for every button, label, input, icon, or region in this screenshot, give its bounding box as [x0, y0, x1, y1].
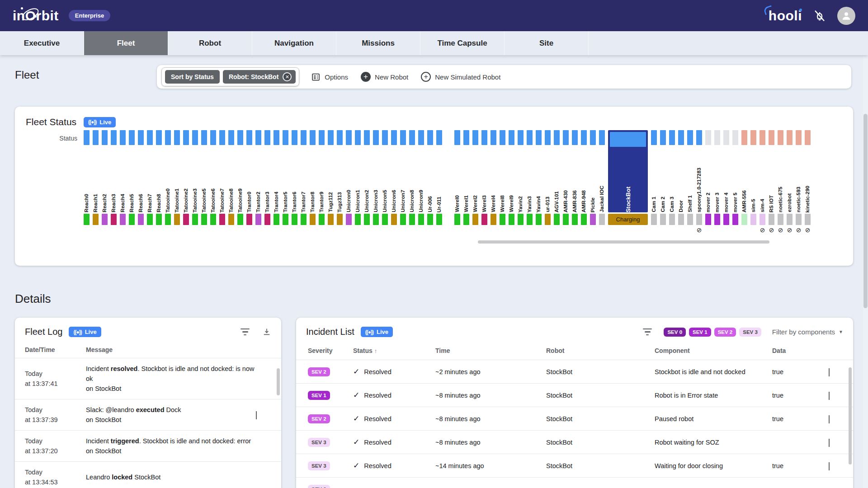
robot-column[interactable]: mover 3	[714, 130, 720, 235]
robot-column[interactable]: Werel2	[472, 130, 478, 235]
robot-column[interactable]: Yavin3	[527, 130, 533, 235]
robot-column[interactable]: Jackal IOC	[599, 130, 605, 235]
robot-column[interactable]: Tatooine2	[183, 130, 189, 235]
row-expand-chevron[interactable]	[829, 368, 841, 375]
tab-robot[interactable]: Robot	[168, 31, 252, 55]
robot-column[interactable]: Tatooine7	[219, 130, 225, 235]
filter-chip[interactable]: Robot: StockBot✕	[223, 70, 296, 84]
new-simulated-robot-button[interactable]: + New Simulated Robot	[421, 72, 500, 82]
notifications-off-icon[interactable]	[813, 9, 826, 23]
robot-column[interactable]: Cam 1	[651, 130, 657, 235]
robot-column[interactable]: Werel3	[481, 130, 487, 235]
tab-executive[interactable]: Executive	[0, 31, 84, 55]
robot-column[interactable]: Tatooine5	[201, 130, 207, 235]
fleet-log-download-button[interactable]	[262, 328, 271, 337]
user-avatar[interactable]	[837, 7, 855, 25]
fleet-log-filter-button[interactable]	[241, 328, 250, 336]
robot-column[interactable]: noetic-593⊘	[796, 130, 802, 235]
robot-column[interactable]: ezrobot⊘	[787, 130, 793, 235]
robot-column[interactable]: AMR-836	[572, 130, 578, 235]
robot-column[interactable]: Unicron5	[382, 130, 388, 235]
robot-column[interactable]: AMR-430	[563, 130, 569, 235]
row-expand-chevron[interactable]	[829, 392, 841, 399]
robot-column[interactable]: Reach5	[129, 130, 135, 235]
robot-column[interactable]: spoony1.0-217283⊘	[696, 130, 702, 235]
tab-fleet[interactable]: Fleet	[84, 31, 168, 55]
robot-column[interactable]: AMR-948	[581, 130, 587, 235]
robot-column[interactable]: Tatooine6	[210, 130, 216, 235]
severity-filter-sev2[interactable]: SEV 2	[714, 328, 736, 337]
robot-column[interactable]: ur-013	[545, 130, 551, 235]
incident-row[interactable]: SEV 2✓Resolved~2 minutes agoStockBotStoc…	[296, 360, 853, 383]
robot-column[interactable]: Trantor8	[310, 130, 316, 235]
severity-filter-sev0[interactable]: SEV 0	[664, 328, 686, 337]
robot-column[interactable]: Cam 2	[660, 130, 666, 235]
robot-column[interactable]: Reach6	[138, 130, 144, 235]
robot-column[interactable]: mover 4	[723, 130, 729, 235]
incident-col-status[interactable]: Status ↑	[353, 347, 435, 354]
fleet-log-scrollbar[interactable]	[277, 368, 280, 395]
robot-column[interactable]: Ur-006	[427, 130, 433, 235]
robot-column[interactable]: Tugz112	[328, 130, 334, 235]
robot-column[interactable]: Reach7	[147, 130, 153, 235]
robot-column[interactable]: mover 5	[732, 130, 738, 235]
robot-column[interactable]: StockBotCharging	[608, 130, 648, 235]
robot-column[interactable]: Trantor4	[274, 130, 279, 235]
fleet-log-live-badge[interactable]: ((●)) Live	[69, 327, 101, 337]
robot-column[interactable]: Reach3	[111, 130, 117, 235]
robot-column[interactable]: Unicron1	[355, 130, 361, 235]
robot-column[interactable]: Werel1	[463, 130, 469, 235]
robot-column[interactable]: Tatooine8	[228, 130, 234, 235]
severity-filter-sev1[interactable]: SEV 1	[689, 328, 711, 337]
robot-column[interactable]: Trantor2	[255, 130, 261, 235]
robot-column[interactable]: Reach4	[120, 130, 126, 235]
robot-column[interactable]: sim-5	[750, 130, 756, 235]
incident-row[interactable]: SEV 3✓Resolved~8 minutes agoStockBotRobo…	[296, 430, 853, 454]
robot-column[interactable]: Unicron2	[364, 130, 370, 235]
robot-column[interactable]: Pickle	[590, 130, 596, 235]
robot-column[interactable]: Trantor7	[301, 130, 307, 235]
robot-column[interactable]: Yavin2	[518, 130, 524, 235]
fleet-log-row[interactable]: Today at 13:37:20Incident triggered. Sto…	[15, 430, 281, 461]
filter-by-components-dropdown[interactable]: Filter by components ▼	[772, 328, 843, 336]
robot-column[interactable]: Unicron3	[373, 130, 379, 235]
severity-filter-sev3[interactable]: SEV 3	[739, 328, 761, 337]
robot-column[interactable]: Tatooine1	[174, 130, 180, 235]
fleet-log-row[interactable]: Today at 13:34:53Leandro locked StockBot	[15, 461, 281, 488]
robot-column[interactable]: RS IOT⊘	[769, 130, 774, 235]
robot-column[interactable]: sim-4⊘	[760, 130, 765, 235]
robot-column[interactable]: Werel9	[509, 130, 514, 235]
tab-missions[interactable]: Missions	[336, 31, 420, 55]
filter-chip[interactable]: Sort by Status	[165, 70, 220, 84]
tab-navigation[interactable]: Navigation	[252, 31, 336, 55]
robot-column[interactable]: kinetic-290⊘	[805, 130, 811, 235]
tab-site[interactable]: Site	[505, 31, 589, 55]
robot-column[interactable]: AMR-556	[741, 130, 747, 235]
robot-column[interactable]: Cam 3	[669, 130, 675, 235]
robot-column[interactable]: Ur-011	[436, 130, 442, 235]
fleet-log-row[interactable]: Today at 13:37:39Slack: @leandro execute…	[15, 399, 281, 430]
page-scrollbar-thumb[interactable]	[863, 114, 868, 308]
incident-row[interactable]: SEV 3	[296, 477, 853, 488]
robot-column[interactable]: Werel0	[454, 130, 460, 235]
robot-column[interactable]: Unicron7	[400, 130, 406, 235]
robot-column[interactable]: mover 2	[705, 130, 711, 235]
fleet-status-live-badge[interactable]: ((●)) Live	[84, 117, 116, 127]
incident-row[interactable]: SEV 3✓Resolved~14 minutes agoStockBotWai…	[296, 454, 853, 477]
robot-column[interactable]: Werel8	[500, 130, 505, 235]
robot-column[interactable]: noetic-675⊘	[778, 130, 783, 235]
robot-column[interactable]: Unicron0	[346, 130, 352, 235]
robot-column[interactable]: Tugz313	[337, 130, 343, 235]
robot-column[interactable]: Reach0	[84, 130, 90, 235]
robot-column[interactable]: Reach2	[102, 130, 108, 235]
row-expand-chevron[interactable]	[256, 411, 271, 418]
robot-column[interactable]: Unicron8	[409, 130, 415, 235]
robot-column[interactable]: Unicron6	[391, 130, 397, 235]
tab-time-capsule[interactable]: Time Capsule	[420, 31, 505, 55]
incident-list-scrollbar[interactable]	[849, 367, 852, 465]
robot-column[interactable]: Werel4	[491, 130, 496, 235]
robot-column[interactable]: Trantor5	[283, 130, 288, 235]
robot-column[interactable]: Trantor0	[246, 130, 252, 235]
robot-column[interactable]: Shelf 1	[687, 130, 693, 235]
incident-row[interactable]: SEV 1✓Resolved~8 minutes agoStockBotRobo…	[296, 383, 853, 407]
